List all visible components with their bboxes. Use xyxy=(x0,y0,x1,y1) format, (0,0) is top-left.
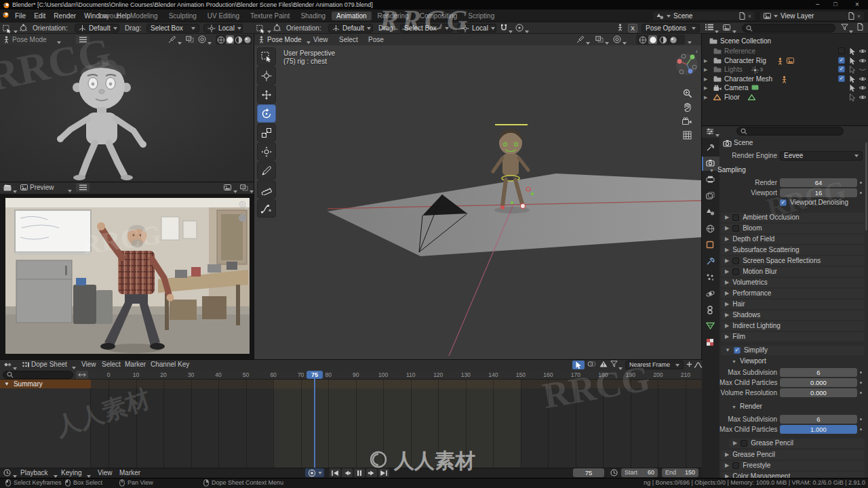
value-field[interactable]: 6 xyxy=(780,368,857,377)
panel-screen-space-reflections[interactable]: ▶Screen Space Reflections xyxy=(721,256,865,266)
tool-move-button[interactable] xyxy=(257,85,276,104)
menu-file[interactable]: File xyxy=(11,12,30,20)
main-xray-toggle-icon[interactable] xyxy=(595,36,604,43)
tool-rotate-button[interactable] xyxy=(257,104,276,123)
animate-dot[interactable] xyxy=(860,182,862,184)
properties-tab-world-icon[interactable] xyxy=(706,224,715,233)
panel-volumetrics[interactable]: ▶Volumetrics xyxy=(721,278,865,287)
proportional-edit-icon[interactable] xyxy=(515,24,524,32)
auto-keying-button[interactable] xyxy=(305,468,324,477)
expand-arrow[interactable]: ▶ xyxy=(704,65,709,74)
panel-grease-pencil[interactable]: ▶Grease Pencil xyxy=(721,450,865,460)
main-shading-material-icon[interactable] xyxy=(658,35,667,44)
preview-header-menu-button[interactable] xyxy=(76,183,90,192)
tool-measure-button[interactable] xyxy=(257,180,276,199)
properties-scrollbar[interactable] xyxy=(865,142,867,230)
dopesheet-menu-select[interactable]: Select xyxy=(102,359,121,370)
maximize-button[interactable]: □ xyxy=(829,0,842,9)
outliner-search-input[interactable] xyxy=(742,24,835,33)
properties-tab-object-data-icon[interactable] xyxy=(706,322,715,329)
end-frame-field[interactable]: End150 xyxy=(662,468,698,477)
left-mode-dropdown[interactable]: Pose Mode xyxy=(12,34,54,45)
editor-type-icon[interactable] xyxy=(3,361,12,368)
workspace-tab-layout[interactable]: Layout xyxy=(94,12,124,20)
snap-icon-main[interactable] xyxy=(500,24,507,31)
orientation-gizmo-icon-main[interactable] xyxy=(273,24,281,33)
value-field[interactable]: 6 xyxy=(780,415,857,424)
panel-hair[interactable]: ▶Hair xyxy=(721,300,865,309)
minimize-button[interactable]: − xyxy=(811,0,825,9)
properties-tab-modifiers-icon[interactable] xyxy=(706,257,715,266)
left-shading-material-icon[interactable] xyxy=(235,35,243,44)
outliner-checkbox[interactable] xyxy=(838,47,845,54)
transport-jump-start-button[interactable] xyxy=(330,468,340,477)
view-layer-selector[interactable]: View Layer × xyxy=(760,11,865,21)
preview-display-icon[interactable] xyxy=(224,184,231,190)
drag-dropdown-main[interactable]: Select Box xyxy=(400,24,453,33)
visibility-eye-icon[interactable] xyxy=(859,66,867,73)
animate-dot[interactable] xyxy=(860,392,862,394)
preview-mode-dropdown[interactable]: Preview xyxy=(30,182,65,194)
selectable-pointer-icon[interactable] xyxy=(849,84,856,92)
tool-cursor-button[interactable] xyxy=(257,66,276,85)
main-viewport-bg[interactable] xyxy=(254,45,702,359)
panel-checkbox[interactable] xyxy=(732,214,739,221)
menu-edit[interactable]: Edit xyxy=(30,12,50,20)
viewport-menu-select[interactable]: Select xyxy=(339,34,358,45)
properties-tab-tool-icon[interactable] xyxy=(706,143,715,152)
dopesheet-mode-dropdown[interactable]: Dope Sheet xyxy=(31,359,71,370)
workspace-tab-shading[interactable]: Shading xyxy=(296,12,330,20)
orbit-gizmo[interactable] xyxy=(675,53,698,76)
animate-dot[interactable] xyxy=(860,371,862,373)
properties-tab-scene-icon[interactable] xyxy=(706,208,715,216)
show-errors-icon[interactable] xyxy=(599,361,608,367)
denoise-checkbox[interactable]: ✓ xyxy=(780,199,787,206)
tool-scale-button[interactable] xyxy=(257,123,276,142)
viewport-camera-icon[interactable] xyxy=(682,117,692,125)
left-viewport-bg[interactable] xyxy=(0,45,254,182)
properties-tab-physics-icon[interactable] xyxy=(706,289,715,298)
panel-ambient-occlusion[interactable]: ▶Ambient Occlusion xyxy=(721,213,865,222)
timeline-editor-icon[interactable] xyxy=(3,469,11,476)
properties-editor-icon[interactable] xyxy=(706,128,714,135)
expand-arrow[interactable]: ▶ xyxy=(704,93,709,102)
panel-film[interactable]: ▶Film xyxy=(721,332,865,342)
new-scene-icon[interactable] xyxy=(739,12,745,20)
value-field[interactable]: 64 xyxy=(780,178,857,187)
animate-dot[interactable] xyxy=(860,382,862,384)
workspace-tab-animation[interactable]: Animation xyxy=(332,12,371,20)
timeline-menu-view[interactable]: View xyxy=(98,468,113,478)
properties-tab-constraints-icon[interactable] xyxy=(706,306,714,314)
expand-arrow[interactable]: ▶ xyxy=(704,75,709,83)
panel-freestyle[interactable]: ▶Freestyle xyxy=(721,461,865,470)
tool-pose-curve-button[interactable] xyxy=(257,199,276,218)
workspace-tab-uv-editing[interactable]: UV Editing xyxy=(203,12,244,20)
expand-arrow[interactable]: ▶ xyxy=(704,56,709,65)
curve-button[interactable] xyxy=(693,361,703,369)
unlink-scene-button[interactable]: × xyxy=(748,13,751,20)
main-mode-dropdown[interactable]: Pose Mode xyxy=(267,34,307,45)
close-button[interactable]: × xyxy=(849,0,865,9)
sidebar-collapse-arrow[interactable]: ‹ xyxy=(696,47,701,56)
outliner-checkbox[interactable]: ✓ xyxy=(838,75,845,82)
scene-selector[interactable]: Scene × xyxy=(652,11,755,21)
render-engine-dropdown[interactable]: Eevee xyxy=(780,151,863,161)
drag-dropdown-left[interactable]: Select Box xyxy=(146,24,199,33)
dopesheet-menu-marker[interactable]: Marker xyxy=(125,359,146,370)
properties-search-input[interactable] xyxy=(736,127,844,136)
only-selected-toggle[interactable] xyxy=(572,361,585,369)
new-view-layer-icon[interactable] xyxy=(848,12,854,20)
tool-annotate-button[interactable] xyxy=(257,161,276,180)
main-overlays-icon[interactable] xyxy=(613,35,621,43)
active-tool-icon-left[interactable] xyxy=(3,24,12,35)
clip-editor-type-icon[interactable] xyxy=(3,184,12,191)
orientation-dropdown-left[interactable]: Default xyxy=(75,24,119,33)
outliner-filter-icon[interactable] xyxy=(841,24,848,30)
viewport-menu-view[interactable]: View xyxy=(313,34,328,45)
visibility-eye-icon[interactable] xyxy=(859,48,867,54)
visibility-eye-icon[interactable] xyxy=(859,94,867,100)
properties-tab-output-icon[interactable] xyxy=(706,176,715,183)
properties-tab-view-layer-icon[interactable] xyxy=(706,192,715,199)
main-shading-rendered-icon[interactable] xyxy=(669,35,677,44)
mirror-x-button[interactable]: X xyxy=(628,24,637,33)
